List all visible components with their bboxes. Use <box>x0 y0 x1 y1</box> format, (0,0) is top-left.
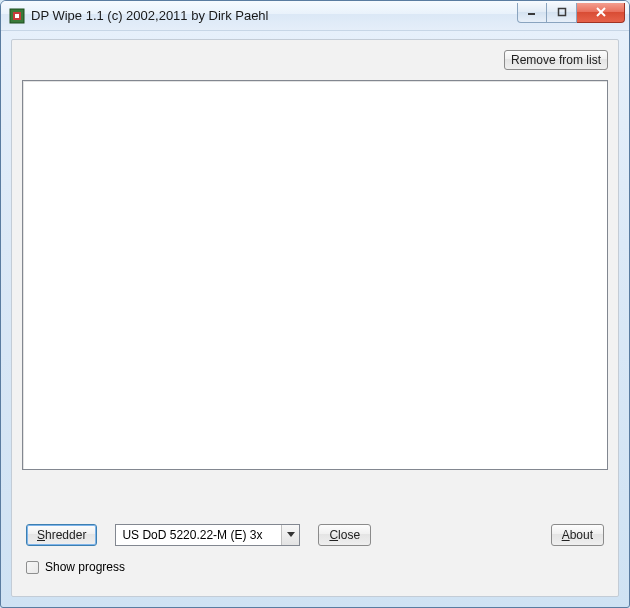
close-window-button[interactable] <box>577 3 625 23</box>
maximize-button[interactable] <box>547 3 577 23</box>
method-selected-text: US DoD 5220.22-M (E) 3x <box>116 528 281 542</box>
minimize-button[interactable] <box>517 3 547 23</box>
shredder-button[interactable]: Shredder <box>26 524 97 546</box>
about-button[interactable]: About <box>551 524 604 546</box>
app-window: DP Wipe 1.1 (c) 2002,2011 by Dirk Paehl … <box>0 0 630 608</box>
file-list[interactable] <box>22 80 608 470</box>
remove-from-list-button[interactable]: Remove from list <box>504 50 608 70</box>
svg-rect-4 <box>558 9 565 16</box>
show-progress-label: Show progress <box>45 560 125 574</box>
svg-rect-2 <box>15 14 19 18</box>
top-toolbar: Remove from list <box>504 50 608 70</box>
svg-marker-7 <box>287 532 295 537</box>
show-progress-row: Show progress <box>26 560 125 574</box>
show-progress-checkbox[interactable] <box>26 561 39 574</box>
bottom-toolbar: Shredder US DoD 5220.22-M (E) 3x Close A… <box>26 524 604 546</box>
method-combobox[interactable]: US DoD 5220.22-M (E) 3x <box>115 524 300 546</box>
window-controls <box>517 3 625 23</box>
titlebar[interactable]: DP Wipe 1.1 (c) 2002,2011 by Dirk Paehl <box>1 1 629 31</box>
chevron-down-icon <box>281 525 299 545</box>
app-icon <box>9 8 25 24</box>
close-button[interactable]: Close <box>318 524 371 546</box>
window-title: DP Wipe 1.1 (c) 2002,2011 by Dirk Paehl <box>31 8 517 23</box>
client-area: Remove from list Shredder US DoD 5220.22… <box>11 39 619 597</box>
